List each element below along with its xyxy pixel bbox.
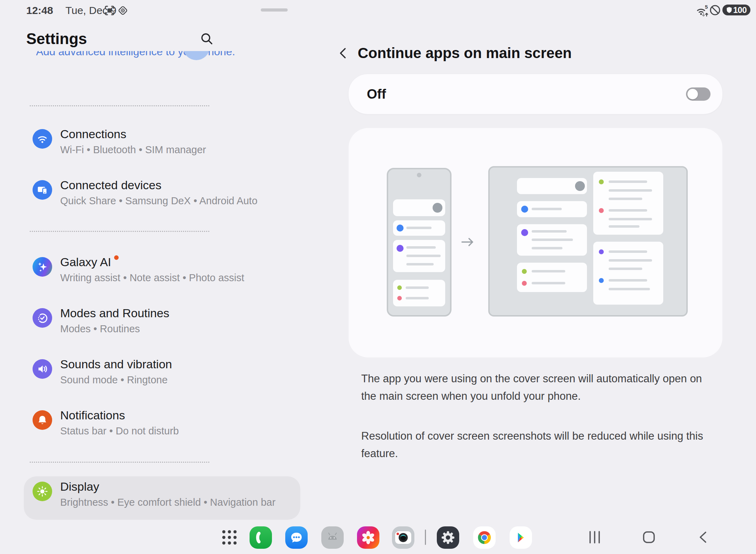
battery-shield-icon — [726, 7, 732, 13]
description-paragraph: The app you were using on the cover scre… — [361, 370, 715, 405]
battery-level: 100 — [733, 5, 747, 15]
item-title: Connections — [60, 127, 126, 141]
sidebar-item-connections[interactable]: Connections Wi-Fi • Bluetooth • SIM mana… — [26, 123, 299, 174]
sidebar-item-notifications[interactable]: Notifications Status bar • Do not distur… — [26, 404, 299, 455]
android-app-icon[interactable] — [321, 526, 344, 549]
divider — [30, 105, 209, 106]
new-badge-dot — [114, 255, 119, 260]
switch-label: Off — [367, 87, 386, 102]
speaker-icon — [33, 359, 52, 379]
item-subtitle: Quick Share • Samsung DeX • Android Auto — [60, 195, 258, 207]
toggle-switch[interactable] — [686, 87, 710, 101]
status-time: 12:48 — [26, 5, 53, 16]
bell-icon — [33, 410, 52, 430]
taskbar-divider — [425, 530, 426, 545]
item-subtitle: Sound mode • Ringtone — [60, 374, 168, 386]
settings-app-icon[interactable] — [437, 526, 459, 549]
item-title: Connected devices — [60, 178, 161, 192]
arrow-icon — [459, 234, 476, 250]
divider — [30, 462, 209, 463]
recents-button[interactable] — [589, 530, 601, 545]
connected-devices-icon — [33, 180, 52, 200]
messages-app-icon[interactable] — [285, 526, 308, 549]
feature-description: The app you were using on the cover scre… — [361, 370, 715, 462]
item-subtitle: Status bar • Do not disturb — [60, 425, 179, 437]
galaxy-ai-banner[interactable]: Add advanced intelligence to your phone. — [26, 51, 299, 61]
wifi-status-icon: 5 — [695, 3, 709, 18]
item-subtitle: Wi-Fi • Bluetooth • SIM manager — [60, 144, 206, 156]
screen-capture-icon — [104, 5, 115, 16]
item-title: Display — [60, 480, 99, 493]
gallery-app-icon[interactable] — [357, 526, 379, 549]
item-subtitle: Modes • Routines — [60, 323, 140, 335]
labs-diamond-icon — [117, 5, 129, 16]
wifi-icon — [33, 129, 52, 149]
nav-back-button[interactable] — [697, 530, 709, 545]
interruptions-blocked-icon — [709, 4, 721, 16]
screen-handle — [261, 8, 288, 12]
sparkles-icon — [33, 257, 52, 277]
item-title: Galaxy AI — [60, 255, 119, 269]
toggle-knob — [687, 89, 698, 99]
sidebar-item-display[interactable]: Display Brightness • Eye comfort shield … — [26, 480, 299, 522]
search-icon[interactable] — [200, 32, 214, 45]
sidebar-item-galaxy-ai[interactable]: Galaxy AI Writing assist • Note assist •… — [26, 251, 299, 302]
sidebar-item-modes-routines[interactable]: Modes and Routines Modes • Routines — [26, 302, 299, 353]
modes-clock-icon — [33, 308, 52, 328]
sidebar-item-connected-devices[interactable]: Connected devices Quick Share • Samsung … — [26, 174, 299, 225]
cover-screen-illustration — [387, 168, 451, 317]
back-button[interactable] — [336, 46, 350, 60]
illustration-card — [349, 128, 722, 357]
play-store-app-icon[interactable] — [510, 526, 532, 549]
app-drawer-button[interactable] — [222, 530, 237, 545]
phone-app-icon[interactable] — [250, 526, 272, 549]
divider — [30, 231, 209, 232]
camera-dot — [417, 173, 421, 177]
chrome-app-icon[interactable] — [473, 526, 496, 549]
svg-text:5: 5 — [705, 4, 708, 10]
description-paragraph: Resolution of cover screen screenshots w… — [361, 427, 715, 462]
item-title: Sounds and vibration — [60, 357, 172, 371]
banner-avatar — [183, 51, 210, 60]
item-title: Notifications — [60, 409, 125, 422]
main-screen-illustration — [488, 166, 688, 317]
item-subtitle: Brightness • Eye comfort shield • Naviga… — [60, 497, 275, 508]
detail-title: Continue apps on main screen — [358, 45, 572, 62]
item-title: Modes and Routines — [60, 306, 169, 320]
battery-pill: 100 — [722, 5, 750, 15]
sun-icon — [33, 482, 52, 501]
home-button[interactable] — [642, 530, 656, 545]
sidebar-item-sounds[interactable]: Sounds and vibration Sound mode • Ringto… — [26, 353, 299, 404]
item-subtitle: Writing assist • Note assist • Photo ass… — [60, 272, 244, 284]
page-title: Settings — [26, 30, 87, 48]
camera-app-icon[interactable] — [392, 526, 414, 549]
master-switch-card[interactable]: Off — [349, 74, 722, 114]
